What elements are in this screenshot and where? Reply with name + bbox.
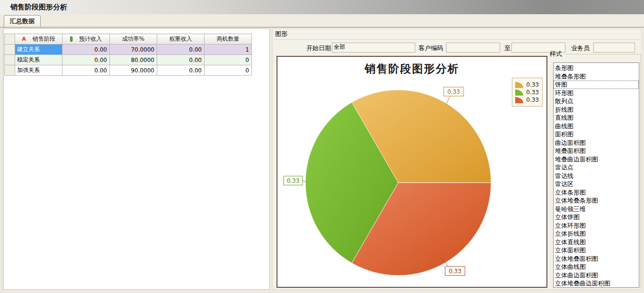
window-titlebar: 销售阶段图形分析 <box>0 0 644 14</box>
column-header-weighted[interactable]: 权重收入 <box>157 34 205 44</box>
style-list-item[interactable]: 堆叠曲边面积图 <box>554 155 639 164</box>
row-selector[interactable] <box>5 65 15 76</box>
column-header-stage[interactable]: A销售阶段 <box>15 34 63 44</box>
style-list-item[interactable]: 饼图 <box>554 80 639 89</box>
graph-panel-caption: 图形 <box>275 30 287 38</box>
cell-expected[interactable]: 0.00 <box>63 55 110 65</box>
style-list-item[interactable]: 曼哈顿三维 <box>554 205 639 213</box>
slice-label: 0.33 <box>447 89 460 95</box>
table-row[interactable]: 建立关系 0.00 70.0000 0.00 1 <box>5 44 252 55</box>
customer-code-label: 客户编码 <box>419 43 443 53</box>
style-list-item[interactable]: 堆叠条形图 <box>554 72 639 81</box>
cell-stage[interactable]: 建立关系 <box>15 44 63 55</box>
cell-stage[interactable]: 加强关系 <box>15 65 63 76</box>
graph-panel: 图形 开始日期 全部 客户编码 至 业务员 销售阶段图形分析 <box>272 28 642 290</box>
tab-strip: 汇总数据 <box>0 14 644 27</box>
row-selector[interactable] <box>5 55 15 65</box>
style-list-item[interactable]: 立体曲边面积图 <box>554 271 639 280</box>
style-list-item[interactable]: 堆叠面积图 <box>554 147 639 155</box>
divider <box>564 54 640 54</box>
column-header-success[interactable]: 成功率% <box>110 34 157 44</box>
style-list-item[interactable]: 立体折线图 <box>554 230 639 238</box>
page-title: 销售阶段图形分析 <box>10 3 67 12</box>
style-list-item[interactable]: 曲线图 <box>554 122 639 131</box>
cell-success[interactable]: 70.0000 <box>110 44 157 55</box>
salesman-input[interactable] <box>593 43 635 53</box>
callout-line <box>446 96 450 105</box>
style-list-item[interactable]: 雷达区 <box>554 180 639 188</box>
legend-value: 0.33 <box>526 89 539 96</box>
styles-caption: 样式 <box>550 50 562 58</box>
row-selector[interactable] <box>5 44 15 55</box>
style-list-item[interactable]: 面积图 <box>554 130 639 139</box>
cell-count[interactable]: 1 <box>205 44 252 55</box>
legend-value: 0.33 <box>526 97 539 103</box>
style-list-item[interactable]: 雷达线 <box>554 172 639 180</box>
style-list-item[interactable]: 环形图 <box>554 89 639 98</box>
style-list-item[interactable]: 立体堆叠曲边面积图 <box>554 279 639 288</box>
start-date-input[interactable]: 全部 <box>332 43 415 53</box>
row-selector-header[interactable] <box>5 34 15 44</box>
style-list-item[interactable]: 立体环形图 <box>554 222 639 230</box>
numeric-field-icon <box>70 36 72 42</box>
style-list[interactable]: 条形图堆叠条形图饼图环形图散列点折线图直线图曲线图面积图曲边面积图堆叠面积图堆叠… <box>553 62 639 288</box>
pie-chart-area: 销售阶段图形分析 0.33 <box>277 56 547 288</box>
table-row[interactable]: 加强关系 0.00 90.0000 0.00 0 <box>5 65 252 76</box>
start-date-label: 开始日期 <box>306 43 331 53</box>
legend-swatch-1 <box>515 82 523 88</box>
cell-count[interactable]: 0 <box>205 55 252 65</box>
legend-entry: 0.33 <box>515 97 539 103</box>
style-list-item[interactable]: 折线图 <box>554 106 639 114</box>
style-list-item[interactable]: 条形图 <box>554 64 639 72</box>
cell-weighted[interactable]: 0.00 <box>157 55 205 65</box>
style-list-item[interactable]: 散列点 <box>554 97 639 106</box>
style-list-item[interactable]: 立体堆叠面积图 <box>554 255 639 263</box>
cell-count[interactable]: 0 <box>205 65 252 76</box>
chart-legend: 0.33 0.33 0.33 <box>512 78 543 107</box>
column-header-expected[interactable]: 预计收入 <box>63 34 110 44</box>
cell-weighted[interactable]: 0.00 <box>157 44 205 55</box>
cell-success[interactable]: 80.0000 <box>110 55 157 65</box>
style-list-item[interactable]: 立体曲线图 <box>554 263 639 271</box>
sort-a-icon: A <box>22 36 26 42</box>
divider <box>640 54 641 288</box>
style-list-item[interactable]: 立体直线图 <box>554 238 639 247</box>
cell-success[interactable]: 90.0000 <box>110 65 157 76</box>
tab-summary-data[interactable]: 汇总数据 <box>4 15 41 27</box>
style-list-item[interactable]: 曲边面积图 <box>554 139 639 147</box>
style-list-item[interactable]: 雷达点 <box>554 163 639 172</box>
legend-swatch-2 <box>515 89 523 96</box>
table-header-row: A销售阶段 预计收入 成功率% 权重收入 商机数量 <box>5 34 252 44</box>
table-row[interactable]: 稳定关系 0.00 80.0000 0.00 0 <box>5 55 252 65</box>
legend-swatch-3 <box>515 97 523 103</box>
cell-expected[interactable]: 0.00 <box>63 65 110 76</box>
style-list-item[interactable]: 立体饼图 <box>554 213 639 222</box>
divider <box>274 39 641 40</box>
legend-value: 0.33 <box>526 81 539 88</box>
legend-entry: 0.33 <box>515 89 539 96</box>
style-list-item[interactable]: 直线图 <box>554 114 639 122</box>
customer-code-input[interactable] <box>446 43 500 53</box>
slice-label: 0.33 <box>449 268 462 275</box>
style-list-item[interactable]: 立体面积图 <box>554 246 639 255</box>
tab-label: 汇总数据 <box>10 17 35 26</box>
to-label: 至 <box>504 43 510 53</box>
summary-grid-panel: A销售阶段 预计收入 成功率% 权重收入 商机数量 建立关系 0.00 70.0… <box>3 28 270 290</box>
salesman-label: 业务员 <box>571 43 590 53</box>
column-header-count[interactable]: 商机数量 <box>205 34 252 44</box>
slice-label: 0.33 <box>287 178 300 184</box>
style-list-item[interactable]: 立体堆叠条形图 <box>554 196 639 205</box>
cell-expected[interactable]: 0.00 <box>63 44 110 55</box>
cell-stage[interactable]: 稳定关系 <box>15 55 63 65</box>
pie-chart: 0.33 0.33 0.33 <box>277 57 546 287</box>
legend-entry: 0.33 <box>515 81 539 88</box>
style-list-item[interactable]: 立体条形图 <box>554 188 639 197</box>
summary-table: A销售阶段 预计收入 成功率% 权重收入 商机数量 建立关系 0.00 70.0… <box>4 34 252 76</box>
cell-weighted[interactable]: 0.00 <box>157 65 205 76</box>
